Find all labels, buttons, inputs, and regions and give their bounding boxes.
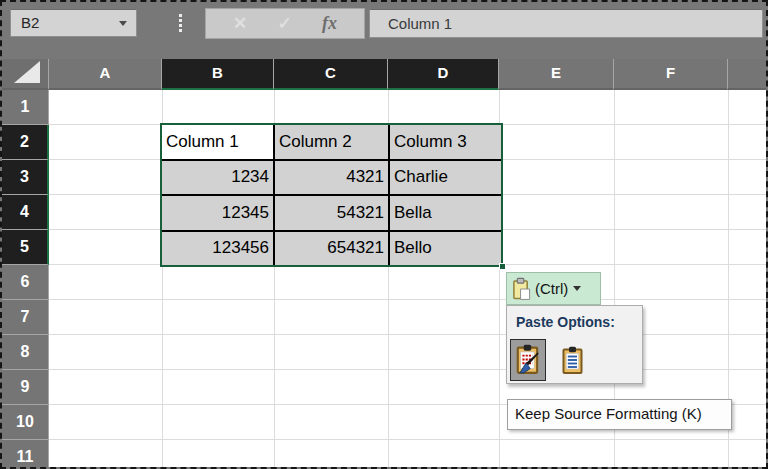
formula-bar-grip-handle[interactable]: [179, 14, 182, 32]
insert-function-icon[interactable]: fx: [322, 13, 337, 34]
keep-source-formatting-button[interactable]: [510, 339, 546, 381]
row-header-5[interactable]: 5: [2, 230, 49, 265]
cell-d3[interactable]: Charlie: [390, 161, 501, 195]
enter-icon[interactable]: ✓: [277, 13, 291, 34]
name-box-dropdown-icon[interactable]: [119, 21, 127, 26]
chevron-down-icon: [573, 286, 581, 291]
formula-bar-value: Column 1: [388, 10, 452, 37]
row-header-4[interactable]: 4: [2, 195, 49, 230]
cell-d4[interactable]: Bella: [390, 196, 501, 230]
column-header-partial[interactable]: [728, 59, 768, 90]
paste-values-button[interactable]: [557, 343, 589, 379]
row-header-6[interactable]: 6: [2, 265, 49, 300]
clipboard-paste-icon: [512, 277, 531, 301]
column-header-row: A B C D E F: [2, 59, 768, 90]
paste-options-panel: Paste Options:: [506, 305, 643, 384]
cell-b3[interactable]: 1234: [162, 161, 273, 195]
cell-c2[interactable]: Column 2: [275, 125, 388, 159]
column-header-d[interactable]: D: [388, 59, 499, 90]
formula-bar[interactable]: Column 1: [369, 9, 763, 38]
column-header-a[interactable]: A: [49, 59, 162, 90]
paste-options-button-label: (Ctrl): [535, 280, 568, 297]
row-header-column: 1 2 3 4 5 6 7 8 9 10 11: [2, 90, 49, 469]
cell-b5[interactable]: 123456: [162, 232, 273, 266]
column-header-c[interactable]: C: [274, 59, 388, 90]
column-header-b[interactable]: B: [162, 59, 274, 90]
selected-range-b2-d5: Column 1 Column 2 Column 3 1234 4321 Cha…: [160, 123, 503, 267]
formula-toolbar: ✕ ✓ fx: [205, 8, 365, 39]
cell-c3[interactable]: 4321: [275, 161, 388, 195]
paste-options-title: Paste Options:: [516, 314, 615, 330]
row-header-1[interactable]: 1: [2, 90, 49, 125]
row-header-9[interactable]: 9: [2, 370, 49, 405]
cell-d5[interactable]: Bello: [390, 232, 501, 266]
cell-b2[interactable]: Column 1: [162, 125, 273, 159]
paste-options-button[interactable]: (Ctrl): [506, 272, 601, 305]
row-header-8[interactable]: 8: [2, 335, 49, 370]
name-box-value: B2: [21, 10, 39, 36]
select-all-button[interactable]: [2, 59, 49, 90]
name-box[interactable]: B2: [10, 9, 137, 37]
keep-source-formatting-icon: [514, 343, 542, 377]
row-header-2[interactable]: 2: [2, 125, 49, 160]
row-header-3[interactable]: 3: [2, 160, 49, 195]
column-header-e[interactable]: E: [499, 59, 614, 90]
tooltip: Keep Source Formatting (K): [507, 399, 732, 430]
cancel-icon[interactable]: ✕: [233, 13, 247, 34]
cell-c5[interactable]: 654321: [275, 232, 388, 266]
fill-handle[interactable]: [499, 263, 506, 270]
row-header-7[interactable]: 7: [2, 300, 49, 335]
cell-d2[interactable]: Column 3: [390, 125, 501, 159]
select-all-triangle-icon: [14, 61, 40, 83]
cell-c4[interactable]: 54321: [275, 196, 388, 230]
column-header-f[interactable]: F: [614, 59, 728, 90]
row-header-10[interactable]: 10: [2, 405, 49, 440]
row-header-11[interactable]: 11: [2, 440, 49, 469]
cell-b4[interactable]: 12345: [162, 196, 273, 230]
clipboard-lines-icon: [560, 345, 586, 377]
excel-window: B2 ✕ ✓ fx Column 1 A B C D E F 1 2 3 4 5…: [0, 0, 768, 469]
